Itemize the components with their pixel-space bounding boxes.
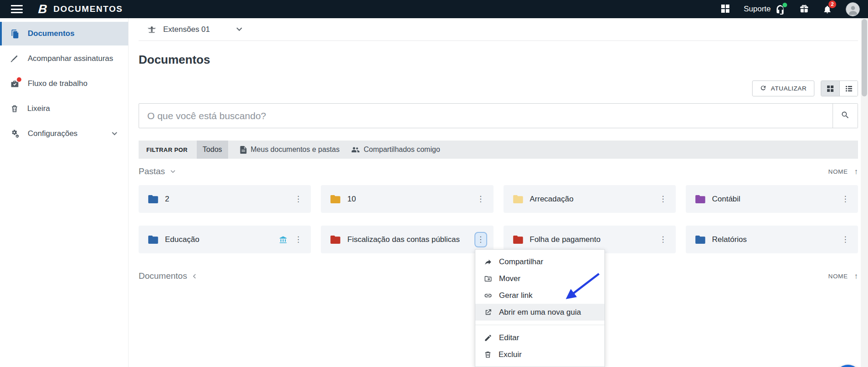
- folder-menu-button[interactable]: ⋮: [293, 192, 304, 206]
- folder-name: 10: [347, 195, 356, 204]
- topbar-actions: Suporte 2: [721, 2, 860, 16]
- documentos-sort-control[interactable]: NOME ↑: [828, 272, 858, 280]
- folder-menu-button-focused[interactable]: ⋮: [475, 233, 486, 246]
- share-icon: [484, 258, 492, 266]
- link-icon: [484, 292, 492, 300]
- scrollbar-thumb[interactable]: [862, 19, 867, 96]
- folder-menu-button[interactable]: ⋮: [293, 233, 304, 246]
- folder-name: 2: [165, 195, 169, 204]
- sidebar-item-documentos[interactable]: Documentos: [0, 22, 128, 45]
- folder-menu-button[interactable]: ⋮: [840, 192, 851, 206]
- document-icon: [240, 146, 247, 154]
- filter-bar: FILTRAR POR Todos Meus documentos e past…: [139, 141, 858, 159]
- folder-card[interactable]: Contábil ⋮: [686, 185, 858, 213]
- menu-item-label: Editar: [499, 333, 519, 342]
- apps-grid-button[interactable]: [721, 4, 730, 15]
- sidebar: Documentos Acompanhar assinaturas Fluxo …: [0, 18, 129, 367]
- support-button[interactable]: Suporte: [743, 4, 786, 15]
- signature-icon: [10, 54, 20, 64]
- filter-shared-with-me-label: Compartilhados comigo: [364, 146, 440, 154]
- workflow-briefcase-icon: [10, 79, 20, 89]
- documentos-section-toggle[interactable]: Documentos: [139, 271, 196, 281]
- folders-grid: 2 ⋮ 10 ⋮ Arrecadação ⋮: [139, 185, 858, 253]
- menu-item-compartilhar[interactable]: Compartilhar: [475, 253, 604, 270]
- menu-toggle-button[interactable]: [11, 5, 23, 13]
- online-status-dot: [783, 3, 787, 7]
- pastas-section-header: Pastas NOME ↑: [139, 165, 858, 178]
- person-icon: [847, 4, 859, 16]
- menu-item-editar[interactable]: Editar: [475, 329, 604, 346]
- folder-icon: [695, 195, 705, 203]
- folder-card[interactable]: 10 ⋮: [321, 185, 493, 213]
- sidebar-item-lixeira[interactable]: Lixeira: [0, 97, 128, 121]
- filter-all[interactable]: Todos: [197, 141, 228, 159]
- folder-icon: [513, 195, 523, 203]
- chevron-down-icon: [112, 132, 117, 136]
- refresh-button[interactable]: ATUALIZAR: [752, 80, 814, 96]
- notifications-button[interactable]: 2: [823, 5, 832, 14]
- folder-name: Relatórios: [712, 235, 747, 244]
- documents-icon: [10, 29, 20, 39]
- topbar: B DOCUMENTOS Suporte: [0, 0, 868, 18]
- menu-item-label: Mover: [499, 274, 520, 283]
- folder-card[interactable]: Arrecadação ⋮: [504, 185, 676, 213]
- grid-view-icon: [827, 85, 834, 92]
- view-toggle: [821, 80, 858, 96]
- entity-chevron-down-icon[interactable]: [236, 27, 242, 31]
- headset-icon: [775, 4, 786, 15]
- folder-menu-button[interactable]: ⋮: [475, 192, 486, 206]
- search-input[interactable]: [139, 104, 833, 128]
- trash-icon: [10, 104, 19, 113]
- folder-card[interactable]: Educação ⋮: [139, 226, 311, 253]
- folder-menu-button[interactable]: ⋮: [658, 192, 668, 206]
- sort-label: NOME: [828, 168, 848, 175]
- entity-name: Extensões 01: [163, 25, 210, 34]
- search-button[interactable]: [833, 104, 858, 128]
- support-label: Suporte: [743, 5, 771, 14]
- settings-gears-icon: [10, 129, 20, 139]
- app-window: B DOCUMENTOS Suporte: [0, 0, 868, 367]
- folder-card[interactable]: Fiscalização das contas públicas ⋮: [321, 226, 493, 253]
- folder-name: Educação: [165, 235, 200, 244]
- entity-selector-row: Extensões 01: [139, 18, 858, 41]
- sidebar-item-acompanhar-assinaturas[interactable]: Acompanhar assinaturas: [0, 47, 128, 70]
- folder-menu-button[interactable]: ⋮: [658, 233, 668, 246]
- menu-item-label: Abrir em uma nova guia: [499, 308, 581, 317]
- menu-item-gerar-link[interactable]: Gerar link: [475, 287, 604, 304]
- user-avatar[interactable]: [846, 2, 860, 16]
- folder-context-menu: Compartilhar Mover Gerar link Abrir em u…: [475, 249, 605, 367]
- sidebar-item-label: Documentos: [28, 29, 75, 38]
- bell-icon: 2: [823, 5, 832, 14]
- folder-icon: [695, 236, 705, 244]
- refresh-icon: [760, 85, 767, 93]
- filter-shared-with-me[interactable]: Compartilhados comigo: [351, 146, 440, 154]
- folder-name: Fiscalização das contas públicas: [347, 235, 460, 244]
- pastas-section-toggle[interactable]: Pastas: [139, 166, 175, 176]
- documentos-section-title: Documentos: [139, 271, 187, 281]
- pastas-sort-control[interactable]: NOME ↑: [828, 168, 858, 176]
- list-view-button[interactable]: [839, 81, 858, 96]
- menu-item-mover[interactable]: Mover: [475, 270, 604, 287]
- menu-item-excluir[interactable]: Excluir: [475, 346, 604, 363]
- sidebar-item-configuracoes[interactable]: Configurações: [0, 122, 128, 146]
- chevron-left-icon: [193, 274, 196, 279]
- folder-card[interactable]: 2 ⋮: [139, 185, 311, 213]
- sort-ascending-icon: ↑: [854, 272, 858, 280]
- vertical-scrollbar[interactable]: [861, 18, 868, 367]
- institution-bank-icon: [279, 236, 287, 244]
- menu-item-label: Excluir: [499, 350, 522, 359]
- entity-logo-icon: [147, 25, 157, 34]
- menu-item-label: Compartilhar: [499, 257, 543, 266]
- sidebar-item-fluxo-de-trabalho[interactable]: Fluxo de trabalho: [0, 72, 128, 96]
- folder-icon: [148, 195, 158, 203]
- filter-label: FILTRAR POR: [146, 146, 188, 153]
- folder-menu-button[interactable]: ⋮: [840, 233, 851, 246]
- menu-item-abrir-nova-guia[interactable]: Abrir em uma nova guia: [475, 304, 604, 321]
- gift-button[interactable]: [799, 4, 809, 15]
- grid-view-button[interactable]: [821, 81, 839, 96]
- notification-badge: 2: [828, 0, 836, 8]
- folder-card[interactable]: Relatórios ⋮: [686, 226, 858, 253]
- search-icon: [841, 111, 850, 121]
- folder-icon: [513, 236, 523, 244]
- filter-my-documents[interactable]: Meus documentos e pastas: [240, 146, 340, 154]
